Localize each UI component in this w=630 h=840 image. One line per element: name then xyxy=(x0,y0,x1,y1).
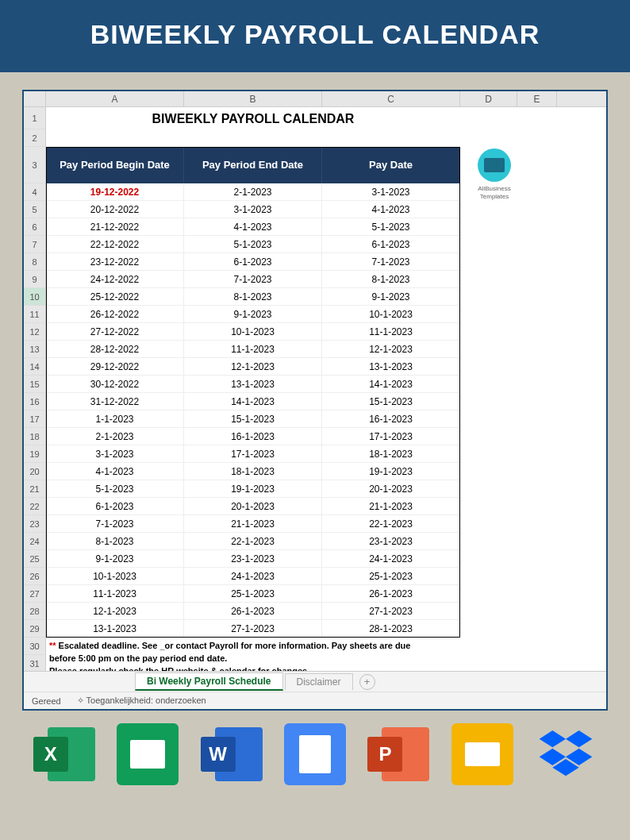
cell-end[interactable]: 4-1-2023 xyxy=(184,218,322,235)
cell-end[interactable]: 26-1-2023 xyxy=(184,603,322,619)
tab-schedule[interactable]: Bi Weekly Payroll Schedule xyxy=(135,672,283,691)
cell-begin[interactable]: 24-12-2022 xyxy=(46,271,184,287)
word-icon[interactable]: W xyxy=(201,723,263,785)
cell-pay[interactable]: 11-1-2023 xyxy=(322,323,460,340)
table-row[interactable]: 2-1-202316-1-202317-1-2023 xyxy=(46,428,460,445)
cell-pay[interactable]: 19-1-2023 xyxy=(322,463,460,480)
table-row[interactable]: 19-12-20222-1-20233-1-2023 xyxy=(46,183,460,201)
cell-begin[interactable]: 30-12-2022 xyxy=(46,376,184,392)
cell-end[interactable]: 27-1-2023 xyxy=(184,620,322,637)
row-header[interactable]: 13 xyxy=(24,341,45,358)
cell-end[interactable]: 9-1-2023 xyxy=(184,306,322,322)
cell-begin[interactable]: 9-1-2023 xyxy=(46,550,184,567)
row-header[interactable]: 31 xyxy=(24,655,45,671)
table-row[interactable]: 29-12-202212-1-202313-1-2023 xyxy=(46,358,460,376)
cell-pay[interactable]: 21-1-2023 xyxy=(322,498,460,514)
cell-end[interactable]: 16-1-2023 xyxy=(184,428,322,445)
cell-pay[interactable]: 12-1-2023 xyxy=(322,341,460,357)
powerpoint-icon[interactable]: P xyxy=(367,723,429,785)
cell-end[interactable]: 18-1-2023 xyxy=(184,463,322,480)
cell-begin[interactable]: 12-1-2023 xyxy=(46,603,184,619)
table-row[interactable]: 12-1-202326-1-202327-1-2023 xyxy=(46,603,460,620)
table-row[interactable]: 9-1-202323-1-202324-1-2023 xyxy=(46,550,460,568)
cell-end[interactable]: 17-1-2023 xyxy=(184,445,322,462)
cell-begin[interactable]: 28-12-2022 xyxy=(46,341,184,357)
google-sheets-icon[interactable] xyxy=(117,723,179,785)
row-header[interactable]: 28 xyxy=(24,603,45,620)
table-row[interactable]: 11-1-202325-1-202326-1-2023 xyxy=(46,585,460,603)
row-header[interactable]: 23 xyxy=(24,515,45,533)
row-header[interactable]: 25 xyxy=(24,550,45,568)
row-header[interactable]: 9 xyxy=(24,271,45,288)
cell-pay[interactable]: 26-1-2023 xyxy=(322,585,460,602)
cell-begin[interactable]: 13-1-2023 xyxy=(46,620,184,637)
cell-pay[interactable]: 24-1-2023 xyxy=(322,550,460,567)
cell-end[interactable]: 14-1-2023 xyxy=(184,393,322,410)
cell-pay[interactable]: 13-1-2023 xyxy=(322,358,460,375)
table-row[interactable]: 24-12-20227-1-20238-1-2023 xyxy=(46,271,460,288)
cell-end[interactable]: 23-1-2023 xyxy=(184,550,322,567)
row-header[interactable]: 5 xyxy=(24,201,45,218)
row-header[interactable]: 22 xyxy=(24,498,45,515)
cell-pay[interactable]: 7-1-2023 xyxy=(322,253,460,270)
table-row[interactable]: 23-12-20226-1-20237-1-2023 xyxy=(46,253,460,271)
cell-end[interactable]: 21-1-2023 xyxy=(184,515,322,532)
cell-begin[interactable]: 10-1-2023 xyxy=(46,568,184,584)
row-header[interactable]: 24 xyxy=(24,533,45,550)
cell-begin[interactable]: 6-1-2023 xyxy=(46,498,184,514)
cell-pay[interactable]: 8-1-2023 xyxy=(322,271,460,287)
row-header[interactable]: 12 xyxy=(24,323,45,341)
row-header[interactable]: 4 xyxy=(24,183,45,201)
row-header[interactable]: 7 xyxy=(24,236,45,253)
cell-begin[interactable]: 27-12-2022 xyxy=(46,323,184,340)
row-header[interactable]: 19 xyxy=(24,445,45,463)
table-row[interactable]: 13-1-202327-1-202328-1-2023 xyxy=(46,620,460,638)
table-row[interactable]: 4-1-202318-1-202319-1-2023 xyxy=(46,463,460,480)
row-header[interactable]: 8 xyxy=(24,253,45,271)
cell-end[interactable]: 2-1-2023 xyxy=(184,183,322,200)
table-row[interactable]: 27-12-202210-1-202311-1-2023 xyxy=(46,323,460,341)
table-row[interactable]: 6-1-202320-1-202321-1-2023 xyxy=(46,498,460,515)
cell-pay[interactable]: 10-1-2023 xyxy=(322,306,460,322)
row-header[interactable]: 15 xyxy=(24,376,45,393)
cell-pay[interactable]: 5-1-2023 xyxy=(322,218,460,235)
cell-pay[interactable]: 22-1-2023 xyxy=(322,515,460,532)
table-row[interactable]: 20-12-20223-1-20234-1-2023 xyxy=(46,201,460,218)
row-header[interactable]: 18 xyxy=(24,428,45,445)
cell-end[interactable]: 8-1-2023 xyxy=(184,288,322,305)
cell-begin[interactable]: 25-12-2022 xyxy=(46,288,184,305)
cell-pay[interactable]: 20-1-2023 xyxy=(322,480,460,497)
cell-begin[interactable]: 29-12-2022 xyxy=(46,358,184,375)
cell-begin[interactable]: 4-1-2023 xyxy=(46,463,184,480)
cell-begin[interactable]: 2-1-2023 xyxy=(46,428,184,445)
row-header[interactable]: 11 xyxy=(24,306,45,323)
cell-pay[interactable]: 17-1-2023 xyxy=(322,428,460,445)
cell-begin[interactable]: 22-12-2022 xyxy=(46,236,184,252)
cell-end[interactable]: 25-1-2023 xyxy=(184,585,322,602)
table-row[interactable]: 8-1-202322-1-202323-1-2023 xyxy=(46,533,460,550)
row-header[interactable]: 16 xyxy=(24,393,45,410)
cell-end[interactable]: 19-1-2023 xyxy=(184,480,322,497)
cell-pay[interactable]: 16-1-2023 xyxy=(322,410,460,427)
row-header[interactable]: 17 xyxy=(24,410,45,428)
cell-begin[interactable]: 31-12-2022 xyxy=(46,393,184,410)
excel-icon[interactable]: X xyxy=(33,723,95,785)
table-row[interactable]: 22-12-20225-1-20236-1-2023 xyxy=(46,236,460,253)
cell-end[interactable]: 7-1-2023 xyxy=(184,271,322,287)
cell-pay[interactable]: 27-1-2023 xyxy=(322,603,460,619)
row-header[interactable]: 1 xyxy=(24,107,45,129)
table-row[interactable]: 25-12-20228-1-20239-1-2023 xyxy=(46,288,460,306)
cell-begin[interactable]: 20-12-2022 xyxy=(46,201,184,218)
row-header[interactable]: 10 xyxy=(24,288,45,306)
google-slides-icon[interactable] xyxy=(451,723,513,785)
col-e[interactable]: E xyxy=(517,91,557,106)
table-row[interactable]: 28-12-202211-1-202312-1-2023 xyxy=(46,341,460,358)
cell-end[interactable]: 15-1-2023 xyxy=(184,410,322,427)
cell-end[interactable]: 5-1-2023 xyxy=(184,236,322,252)
table-row[interactable]: 1-1-202315-1-202316-1-2023 xyxy=(46,410,460,428)
table-row[interactable]: 31-12-202214-1-202315-1-2023 xyxy=(46,393,460,410)
col-d[interactable]: D xyxy=(460,91,517,106)
cell-end[interactable]: 11-1-2023 xyxy=(184,341,322,357)
cell-end[interactable]: 6-1-2023 xyxy=(184,253,322,270)
row-header[interactable]: 14 xyxy=(24,358,45,376)
